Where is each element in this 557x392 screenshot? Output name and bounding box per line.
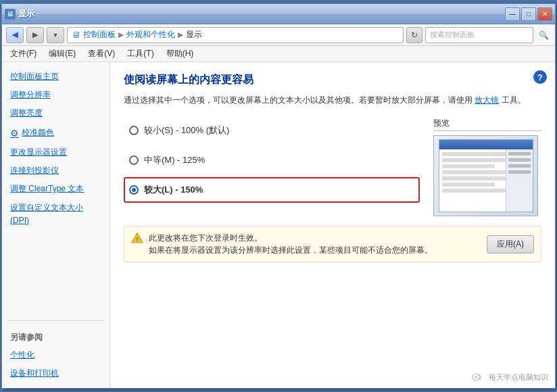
sidebar-item-home[interactable]: 控制面板主页: [2, 68, 110, 86]
sidebar-item-personalize[interactable]: 个性化: [2, 346, 110, 364]
sidebar-item-calibrate[interactable]: ⚙ 校准颜色: [2, 123, 110, 143]
radio-small[interactable]: [129, 126, 139, 135]
titlebar: 🖥 显示 — □ ✕: [2, 4, 555, 24]
breadcrumb-part1[interactable]: 控制面板: [83, 29, 116, 41]
preview-line6: [442, 182, 495, 187]
warning-icon: !: [131, 232, 143, 243]
warning-bar: ! 此更改将在您下次登录时生效。 如果在将显示器设置为该分辨率时选择此设置，某些…: [124, 226, 541, 262]
maximize-button[interactable]: □: [521, 7, 536, 21]
preview-line2: [442, 158, 512, 162]
addressbar: ◀ ▶ ▼ 🖥 控制面板 ▶ 外观和个性化 ▶ 显示 ↻ 搜索控制面板 🔍: [2, 24, 555, 46]
warning-text: 此更改将在您下次登录时生效。 如果在将显示器设置为该分辨率时选择此设置，某些项目…: [149, 232, 433, 256]
option-large-label: 较大(L) - 150%: [144, 184, 203, 196]
menu-tools[interactable]: 工具(T): [122, 47, 159, 61]
menubar: 文件(F) 编辑(E) 查看(V) 工具(T) 帮助(H): [2, 46, 555, 62]
sidebar-item-projector[interactable]: 连接到投影仪: [2, 162, 110, 180]
breadcrumb-part2[interactable]: 外观和个性化: [126, 29, 175, 41]
preview-sidebar: [506, 149, 533, 212]
titlebar-left: 🖥 显示: [5, 8, 34, 20]
sidebar-item-display-settings[interactable]: 更改显示器设置: [2, 143, 110, 162]
warning-line1: 此更改将在您下次登录时生效。: [149, 232, 433, 244]
menu-edit[interactable]: 编辑(E): [43, 47, 81, 61]
sidebar-item-resolution[interactable]: 调整分辨率: [2, 86, 110, 104]
preview-panel: 预览: [433, 118, 541, 216]
preview-sidebar-line4: [508, 170, 531, 174]
watermark: 每天学点电脑知识: [471, 372, 548, 383]
forward-button[interactable]: ▶: [26, 27, 44, 43]
option-small[interactable]: 较小(S) - 100% (默认): [124, 118, 420, 143]
option-small-label: 较小(S) - 100% (默认): [144, 124, 229, 137]
refresh-button[interactable]: ↻: [406, 27, 422, 43]
titlebar-controls: — □ ✕: [505, 7, 552, 21]
back-button[interactable]: ◀: [6, 27, 24, 43]
sidebar-item-devices[interactable]: 设备和打印机: [2, 364, 110, 383]
window-title: 显示: [18, 8, 34, 20]
radio-dot: [132, 188, 136, 192]
minimize-button[interactable]: —: [505, 7, 520, 21]
preview-line3: [442, 164, 495, 168]
breadcrumb-sep1: ▶: [118, 30, 124, 39]
option-large[interactable]: 较大(L) - 150%: [124, 177, 420, 203]
preview-line5: [442, 176, 512, 180]
option-medium[interactable]: 中等(M) - 125%: [124, 147, 420, 173]
main-area: 控制面板主页 调整分辨率 调整亮度 ⚙ 校准颜色 更改显示器设置 连接到投影仪 …: [2, 62, 555, 388]
address-field[interactable]: 🖥 控制面板 ▶ 外观和个性化 ▶ 显示: [67, 27, 404, 43]
dropdown-button[interactable]: ▼: [47, 27, 64, 43]
svg-text:!: !: [137, 236, 139, 243]
also-see-label: 另请参阅: [2, 325, 110, 346]
address-icon: 🖥: [72, 30, 80, 40]
svg-point-3: [475, 376, 477, 378]
sidebar-item-brightness[interactable]: 调整亮度: [2, 104, 110, 122]
search-field[interactable]: 搜索控制面板: [425, 27, 533, 43]
menu-file[interactable]: 文件(F): [5, 47, 42, 61]
search-button[interactable]: 🔍: [536, 28, 551, 43]
radio-large[interactable]: [129, 185, 139, 195]
help-button[interactable]: ?: [533, 70, 547, 84]
magnifier-link[interactable]: 放大镜: [475, 95, 499, 105]
warning-content: ! 此更改将在您下次登录时生效。 如果在将显示器设置为该分辨率时选择此设置，某些…: [131, 232, 481, 256]
preview-sidebar-line1: [508, 152, 531, 155]
watermark-icon: [471, 372, 486, 383]
search-placeholder: 搜索控制面板: [430, 30, 475, 40]
calibrate-icon: ⚙: [10, 126, 19, 141]
content-description: 通过选择其中一个选项，可以更改屏幕上的文本大小以及其他项。若要暂时放大部分屏幕，…: [124, 94, 541, 107]
breadcrumb-current: 显示: [186, 29, 202, 41]
watermark-text: 每天学点电脑知识: [489, 372, 548, 383]
desc-text-after: 工具。: [502, 95, 526, 105]
close-button[interactable]: ✕: [537, 7, 552, 21]
content-title: 使阅读屏幕上的内容更容易: [124, 73, 541, 87]
preview-sidebar-line3: [508, 164, 531, 168]
preview-sidebar-line2: [508, 158, 531, 162]
sidebar: 控制面板主页 调整分辨率 调整亮度 ⚙ 校准颜色 更改显示器设置 连接到投影仪 …: [2, 62, 110, 388]
main-window: 🖥 显示 — □ ✕ ◀ ▶ ▼ 🖥 控制面板 ▶ 外观和个性化 ▶ 显示 ↻ …: [1, 3, 556, 389]
window-icon: 🖥: [5, 9, 16, 20]
warning-line2: 如果在将显示器设置为该分辨率时选择此设置，某些项目可能不适合您的屏幕。: [149, 244, 433, 256]
options-panel: 较小(S) - 100% (默认) 中等(M) - 125% 较大(L) - 1…: [124, 118, 420, 207]
apply-button[interactable]: 应用(A): [487, 235, 534, 253]
sidebar-divider: [7, 320, 104, 321]
menu-view[interactable]: 查看(V): [82, 47, 120, 61]
radio-medium[interactable]: [129, 155, 139, 165]
breadcrumb-sep2: ▶: [178, 30, 183, 39]
preview-titlebar: [439, 140, 533, 149]
option-medium-label: 中等(M) - 125%: [144, 154, 205, 166]
menu-help[interactable]: 帮助(H): [161, 47, 199, 61]
sidebar-item-dpi[interactable]: 设置自定义文本大小(DPI): [2, 199, 110, 230]
preview-inner: [439, 139, 533, 212]
preview-label: 预览: [433, 118, 541, 131]
desc-text-before: 通过选择其中一个选项，可以更改屏幕上的文本大小以及其他项。若要暂时放大部分屏幕，…: [124, 95, 473, 105]
preview-image: [433, 135, 538, 216]
sidebar-item-cleartype[interactable]: 调整 ClearType 文本: [2, 180, 110, 198]
options-preview-area: 较小(S) - 100% (默认) 中等(M) - 125% 较大(L) - 1…: [124, 118, 541, 216]
content-panel: ? 使阅读屏幕上的内容更容易 通过选择其中一个选项，可以更改屏幕上的文本大小以及…: [110, 62, 555, 388]
